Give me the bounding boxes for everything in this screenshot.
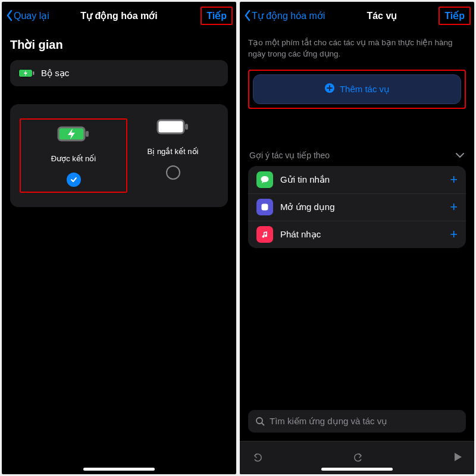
battery-charging-icon bbox=[18, 68, 35, 78]
section-title-time: Thời gian bbox=[10, 37, 228, 52]
svg-rect-5 bbox=[185, 124, 188, 130]
back-button[interactable]: Tự động hóa mới bbox=[243, 10, 325, 21]
battery-disconnected-icon bbox=[156, 118, 190, 137]
home-indicator[interactable] bbox=[321, 468, 393, 471]
plus-circle-icon bbox=[324, 83, 335, 95]
suggestions-list: Gửi tin nhắn + Mở ứng dụng + Phát nhạc + bbox=[248, 166, 466, 248]
chevron-left-icon bbox=[5, 10, 14, 21]
svg-line-9 bbox=[262, 423, 264, 425]
svg-rect-7 bbox=[262, 204, 268, 211]
battery-connected-icon bbox=[57, 126, 90, 145]
svg-rect-3 bbox=[86, 131, 89, 137]
search-icon bbox=[255, 416, 265, 426]
back-label: Quay lại bbox=[14, 10, 49, 21]
nav-title: Tác vụ bbox=[325, 10, 439, 21]
trigger-options-card: Được kết nối Bị ngắt kết nối bbox=[10, 104, 228, 207]
screen-actions: Tự động hóa mới Tác vụ Tiếp Tạo một phím… bbox=[240, 2, 474, 474]
list-item[interactable]: Mở ứng dụng + bbox=[248, 193, 466, 221]
play-icon[interactable] bbox=[452, 451, 464, 465]
next-button[interactable]: Tiếp bbox=[201, 7, 233, 25]
radio-unchecked-icon bbox=[166, 165, 180, 180]
open-app-icon bbox=[256, 199, 273, 215]
plus-icon[interactable]: + bbox=[450, 199, 458, 215]
option-connected[interactable]: Được kết nối bbox=[20, 118, 127, 193]
add-action-label: Thêm tác vụ bbox=[340, 84, 390, 95]
svg-rect-1 bbox=[33, 71, 35, 75]
back-label: Tự động hóa mới bbox=[252, 10, 325, 21]
nav-bar: Quay lại Tự động hóa mới Tiếp bbox=[2, 2, 236, 29]
search-input[interactable]: Tìm kiếm ứng dụng và tác vụ bbox=[248, 410, 466, 433]
description-text: Tạo một phím tắt cho các tác vụ mà bạn t… bbox=[248, 37, 466, 60]
list-item[interactable]: Gửi tin nhắn + bbox=[248, 166, 466, 193]
option-disconnected[interactable]: Bị ngắt kết nối bbox=[127, 118, 218, 193]
messages-icon bbox=[256, 171, 273, 188]
chevron-left-icon bbox=[243, 10, 252, 21]
option-disconnected-label: Bị ngắt kết nối bbox=[148, 147, 199, 156]
option-connected-label: Được kết nối bbox=[51, 154, 96, 163]
nav-bar: Tự động hóa mới Tác vụ Tiếp bbox=[240, 2, 474, 29]
suggestions-header[interactable]: Gợi ý tác vụ tiếp theo bbox=[249, 151, 465, 160]
next-button[interactable]: Tiếp bbox=[439, 7, 471, 25]
plus-icon[interactable]: + bbox=[450, 227, 458, 242]
svg-rect-4 bbox=[158, 120, 184, 133]
list-item[interactable]: Phát nhạc + bbox=[248, 221, 466, 248]
chevron-down-icon bbox=[455, 151, 465, 160]
music-icon bbox=[256, 226, 273, 243]
suggestions-title: Gợi ý tác vụ tiếp theo bbox=[249, 151, 330, 160]
charger-row[interactable]: Bộ sạc bbox=[10, 60, 228, 86]
plus-icon[interactable]: + bbox=[450, 172, 458, 187]
list-item-label: Phát nhạc bbox=[280, 229, 450, 240]
undo-icon[interactable] bbox=[250, 450, 265, 466]
search-placeholder: Tìm kiếm ứng dụng và tác vụ bbox=[270, 416, 387, 427]
charger-row-label: Bộ sạc bbox=[41, 68, 69, 79]
radio-checked-icon bbox=[67, 173, 81, 187]
redo-icon[interactable] bbox=[351, 450, 365, 466]
list-item-label: Mở ứng dụng bbox=[280, 202, 450, 212]
list-item-label: Gửi tin nhắn bbox=[280, 174, 450, 185]
back-button[interactable]: Quay lại bbox=[5, 10, 49, 21]
add-action-highlight: Thêm tác vụ bbox=[248, 70, 466, 109]
add-action-button[interactable]: Thêm tác vụ bbox=[253, 74, 461, 104]
home-indicator[interactable] bbox=[83, 468, 155, 471]
screen-automation-trigger: Quay lại Tự động hóa mới Tiếp Thời gian … bbox=[2, 2, 236, 474]
